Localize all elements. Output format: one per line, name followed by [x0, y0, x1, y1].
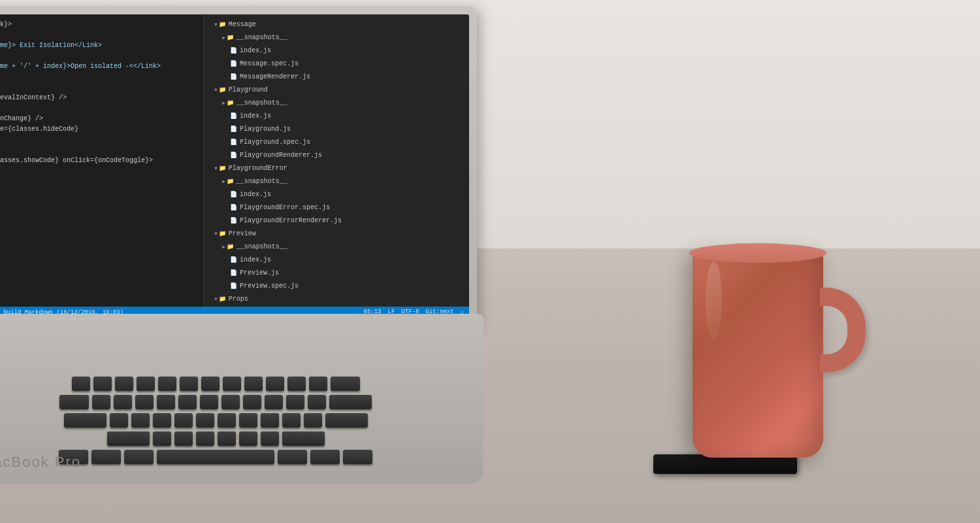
- expand-icon: ▼: [214, 164, 218, 173]
- key: [115, 377, 133, 391]
- code-editor-left-pane: nk}> ame}> Exit Isolation</Link> ame + '…: [0, 14, 204, 317]
- key: [331, 377, 360, 391]
- key: [343, 450, 372, 464]
- file-label: index.js: [240, 189, 271, 201]
- macbook-model-label: MacBook Pro: [0, 454, 81, 471]
- key: [261, 431, 279, 446]
- file-index-js-preview[interactable]: 📄 index.js: [204, 254, 469, 267]
- key: [110, 413, 128, 428]
- folder-props[interactable]: ▼ 📁 Props: [204, 293, 469, 306]
- file-playground-error-spec-js[interactable]: 📄 PlaygroundError.spec.js: [204, 201, 469, 214]
- js-file-icon: 📄: [230, 46, 237, 56]
- mug-rim: [689, 243, 826, 263]
- key: [308, 395, 326, 409]
- key: [325, 413, 368, 428]
- key: [239, 431, 257, 446]
- code-line: [0, 145, 203, 156]
- key: [196, 413, 214, 428]
- code-text: nk}>: [0, 20, 12, 30]
- file-index-js-playground-error[interactable]: 📄 index.js: [204, 188, 469, 201]
- file-label: PlaygroundErrorRenderer.js: [240, 215, 342, 227]
- keyboard-rows: [0, 377, 444, 464]
- code-line: [0, 30, 203, 41]
- key: [287, 377, 306, 391]
- js-file-icon: 📄: [230, 281, 237, 292]
- folder-playground[interactable]: ▼ 📁 Playground: [204, 84, 469, 97]
- file-playground-renderer-js[interactable]: 📄 PlaygroundRenderer.js: [204, 149, 469, 162]
- file-preview-spec-js[interactable]: 📄 Preview.spec.js: [204, 280, 469, 293]
- coffee-mug: [693, 248, 823, 458]
- key: [59, 395, 89, 409]
- key: [243, 395, 261, 409]
- code-line: [0, 82, 203, 93]
- folder-playground-error[interactable]: ▼ 📁 PlaygroundError: [204, 162, 469, 175]
- folder-snapshots-preview[interactable]: ▶ 📁 __snapshots__: [204, 241, 469, 254]
- key: [304, 413, 322, 428]
- laptop-screen[interactable]: nk}> ame}> Exit Isolation</Link> ame + '…: [0, 14, 469, 317]
- folder-snapshots-playground[interactable]: ▶ 📁 __snapshots__: [204, 97, 469, 110]
- folder-label: Preview: [229, 228, 256, 240]
- file-label: PlaygroundRenderer.js: [240, 150, 322, 161]
- code-line: nk}>: [0, 20, 203, 30]
- folder-icon: 📁: [219, 294, 226, 305]
- file-label: MessageRenderer.js: [240, 71, 310, 83]
- key: [107, 431, 150, 446]
- code-line: ne={classes.hideCode}: [0, 124, 203, 135]
- folder-icon: 📁: [219, 85, 226, 95]
- folder-icon: 📁: [227, 98, 234, 109]
- js-file-icon: 📄: [230, 150, 237, 161]
- key: [178, 395, 197, 409]
- file-playground-spec-js[interactable]: 📄 Playground.spec.js: [204, 136, 469, 149]
- folder-label: Message: [229, 19, 256, 31]
- file-playground-error-renderer-js[interactable]: 📄 PlaygroundErrorRenderer.js: [204, 214, 469, 228]
- code-text: onChange} />: [0, 114, 43, 124]
- folder-snapshots-playground-error[interactable]: ▶ 📁 __snapshots__: [204, 175, 469, 188]
- expand-icon: ▼: [214, 86, 218, 95]
- file-label: Playground.spec.js: [240, 137, 310, 148]
- key: [153, 413, 171, 428]
- key: [278, 450, 307, 464]
- code-line: {evalInContext} />: [0, 93, 203, 103]
- code-text: ame + '/' + index}>Open isolated -<</Lin…: [0, 61, 161, 72]
- key: [114, 395, 132, 409]
- code-text: {evalInContext} />: [0, 93, 67, 103]
- code-line: lasses.showCode} onClick={onCodeToggle}>: [0, 156, 203, 166]
- code-editor: nk}> ame}> Exit Isolation</Link> ame + '…: [0, 14, 469, 317]
- file-index-js-playground[interactable]: 📄 index.js: [204, 110, 469, 123]
- key: [200, 395, 218, 409]
- laptop-keyboard-area: MacBook Pro: [0, 314, 483, 484]
- key: [239, 413, 257, 428]
- folder-label: __snapshots__: [237, 241, 287, 253]
- file-label: Preview.js: [240, 267, 279, 279]
- key: [265, 395, 283, 409]
- expand-icon: ▼: [214, 295, 218, 304]
- file-preview-js[interactable]: 📄 Preview.js: [204, 267, 469, 280]
- folder-message[interactable]: ▼ 📁 Message: [204, 18, 469, 31]
- mug-body: [693, 248, 823, 458]
- key: [157, 395, 175, 409]
- folder-label: Props: [229, 294, 248, 305]
- file-playground-js[interactable]: 📄 Playground.js: [204, 123, 469, 136]
- key: [153, 431, 171, 446]
- folder-label: __snapshots__: [237, 97, 287, 109]
- key: [72, 377, 90, 391]
- file-tree-pane: ▼ 📁 Message ▶ 📁 __snapshots__ 📄 index.js…: [204, 14, 469, 317]
- key: [135, 395, 154, 409]
- file-message-spec-js[interactable]: 📄 Message.spec.js: [204, 58, 469, 71]
- js-file-icon: 📄: [230, 255, 237, 265]
- key: [137, 377, 155, 391]
- folder-snapshots-message[interactable]: ▶ 📁 __snapshots__: [204, 31, 469, 44]
- js-file-icon: 📄: [230, 268, 237, 278]
- file-message-renderer-js[interactable]: 📄 MessageRenderer.js: [204, 71, 469, 84]
- code-text: ame}> Exit Isolation</Link>: [0, 41, 102, 51]
- file-index-js-message[interactable]: 📄 index.js: [204, 44, 469, 58]
- file-label: Message.spec.js: [240, 58, 299, 70]
- js-file-icon: 📄: [230, 137, 237, 148]
- code-text: ne={classes.hideCode}: [0, 124, 78, 135]
- key: [180, 377, 198, 391]
- folder-icon: 📁: [219, 163, 226, 174]
- js-file-icon: 📄: [230, 203, 237, 213]
- key: [329, 395, 372, 409]
- key: [91, 450, 121, 464]
- folder-preview[interactable]: ▼ 📁 Preview: [204, 228, 469, 241]
